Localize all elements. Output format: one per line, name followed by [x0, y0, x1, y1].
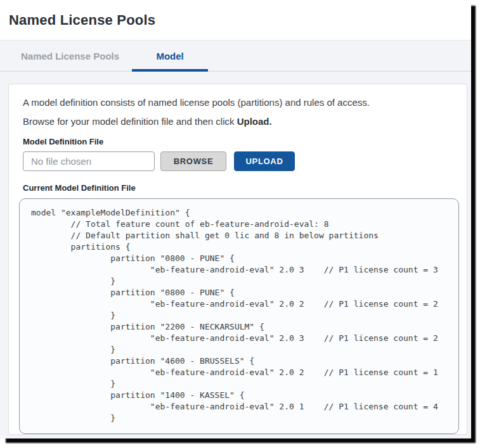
upload-button[interactable]: UPLOAD: [234, 151, 295, 171]
tab-model[interactable]: Model: [132, 41, 208, 71]
browse-button[interactable]: BROWSE: [160, 151, 226, 171]
tab-named-license-pools[interactable]: Named License Pools: [8, 41, 132, 71]
page-title: Named License Pools: [9, 12, 155, 29]
tab-label: Model: [156, 51, 183, 61]
description-text: Browse for your model definition file an…: [23, 116, 237, 127]
file-upload-row: BROWSE UPLOAD: [23, 151, 453, 171]
named-license-pools-window: Named License Pools Named License Pools …: [0, 0, 471, 438]
model-panel: A model definition consists of named lic…: [8, 84, 467, 435]
tab-label: Named License Pools: [21, 51, 119, 61]
current-model-definition-viewer: model "exampleModelDefinition" { // Tota…: [19, 198, 459, 434]
model-definition-code: model "exampleModelDefinition" { // Tota…: [20, 199, 458, 424]
upload-emphasis: Upload.: [237, 116, 272, 127]
model-definition-file-input[interactable]: [23, 151, 155, 171]
page-header: Named License Pools: [0, 0, 471, 41]
model-definition-file-label: Model Definition File: [23, 137, 453, 146]
model-description-line2: Browse for your model definition file an…: [23, 116, 453, 127]
tab-bar: Named License Pools Model: [0, 41, 471, 72]
model-description-line1: A model definition consists of named lic…: [23, 97, 453, 108]
window-body: Named License Pools Model A model defini…: [0, 41, 471, 438]
current-model-definition-file-label: Current Model Definition File: [23, 183, 453, 193]
